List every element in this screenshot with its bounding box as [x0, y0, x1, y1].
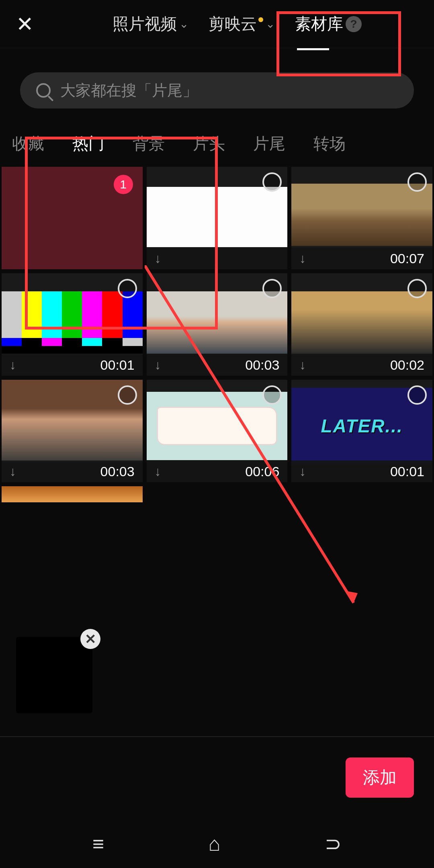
- cell-footer: ↓ 00:03: [2, 461, 143, 482]
- material-cell[interactable]: ↓ 00:06: [147, 380, 288, 482]
- add-button[interactable]: 添加: [346, 757, 414, 798]
- cell-footer: ↓ 00:03: [147, 354, 288, 376]
- download-icon[interactable]: ↓: [155, 464, 161, 479]
- material-cell[interactable]: ↓ 00:07: [291, 167, 432, 269]
- thumbnail: [2, 486, 143, 502]
- cell-footer: ↓ 00:07: [291, 248, 432, 269]
- menu-icon[interactable]: ≡: [92, 832, 104, 856]
- cell-footer: ↓ 00:02: [291, 354, 432, 376]
- tab-photos-videos[interactable]: 照片视频 ⌄: [113, 13, 188, 35]
- select-circle-icon[interactable]: [407, 385, 427, 405]
- duration-text: 00:06: [245, 464, 279, 479]
- system-nav-bar: ≡ ⌂ ⊃: [0, 820, 434, 868]
- duration-text: 00:01: [390, 464, 424, 479]
- download-icon[interactable]: ↓: [299, 251, 306, 266]
- annotation-box: [25, 137, 218, 330]
- duration-text: 00:03: [100, 464, 135, 479]
- duration-text: 00:03: [245, 357, 279, 373]
- thumbnail: [291, 184, 432, 246]
- select-circle-icon[interactable]: [407, 172, 427, 192]
- tab-label: 照片视频: [113, 13, 177, 35]
- home-icon[interactable]: ⌂: [208, 832, 220, 856]
- select-circle-icon[interactable]: [262, 385, 282, 405]
- duration-text: 00:02: [390, 357, 424, 373]
- duration-text: 00:01: [100, 357, 135, 373]
- selection-tray: ✕: [0, 625, 434, 741]
- notification-dot-icon: [258, 17, 263, 22]
- annotation-box: [276, 11, 401, 76]
- close-icon[interactable]: ✕: [16, 12, 40, 36]
- chevron-down-icon: ⌄: [179, 17, 188, 31]
- cell-footer: ↓ 00:01: [2, 354, 143, 376]
- duration-text: 00:07: [390, 251, 424, 266]
- download-icon[interactable]: ↓: [10, 358, 16, 373]
- download-icon[interactable]: ↓: [155, 358, 161, 373]
- cat-outro[interactable]: 片尾: [253, 133, 285, 155]
- select-circle-icon[interactable]: [118, 385, 137, 405]
- search-icon: [36, 83, 51, 98]
- tab-cloud[interactable]: 剪映云 ⌄: [209, 13, 275, 35]
- material-cell[interactable]: [2, 486, 143, 502]
- cell-footer: ↓ 00:01: [291, 461, 432, 482]
- remove-selection-icon[interactable]: ✕: [80, 629, 100, 649]
- selected-item[interactable]: ✕: [16, 637, 92, 713]
- tab-label: 剪映云: [209, 13, 257, 35]
- later-text: LATER...: [321, 415, 403, 437]
- thumbnail: [291, 291, 432, 354]
- select-circle-icon[interactable]: [262, 172, 282, 192]
- download-icon[interactable]: ↓: [299, 358, 306, 373]
- cell-footer: ↓ 00:06: [147, 461, 288, 482]
- material-cell[interactable]: LATER... ↓ 00:01: [291, 380, 432, 482]
- divider: [0, 736, 434, 737]
- material-cell[interactable]: ↓ 00:03: [2, 380, 143, 482]
- material-cell[interactable]: ↓ 00:02: [291, 273, 432, 376]
- download-icon[interactable]: ↓: [299, 464, 306, 479]
- select-circle-icon[interactable]: [407, 279, 427, 298]
- download-icon[interactable]: ↓: [10, 464, 16, 479]
- search-bar[interactable]: 大家都在搜「片尾」: [20, 72, 414, 108]
- svg-marker-1: [345, 591, 358, 603]
- select-circle-icon[interactable]: [262, 279, 282, 298]
- search-placeholder: 大家都在搜「片尾」: [60, 80, 198, 101]
- chevron-down-icon: ⌄: [266, 17, 275, 31]
- back-icon[interactable]: ⊃: [325, 832, 342, 856]
- cat-transition[interactable]: 转场: [313, 133, 346, 155]
